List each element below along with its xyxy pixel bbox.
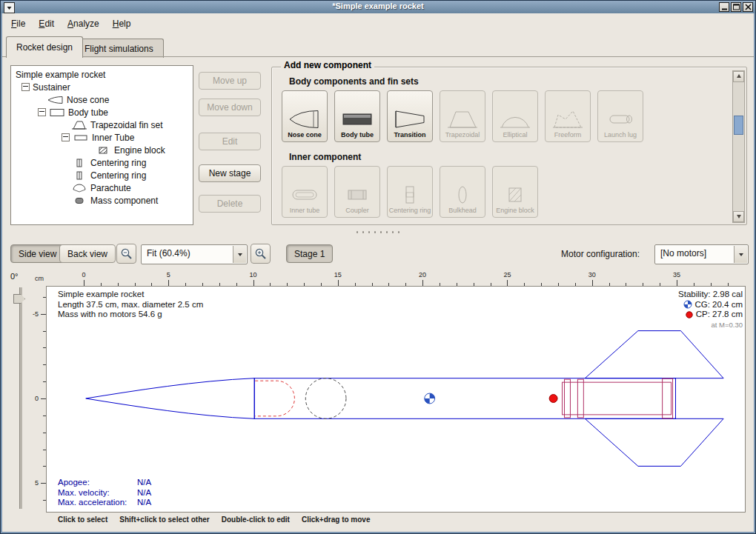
- component-button-launch-lug: Launch lug: [597, 90, 643, 142]
- tab-label: Flight simulations: [84, 44, 153, 54]
- cg-marker: [425, 393, 435, 404]
- maximize-button[interactable]: [731, 2, 741, 12]
- engine-block-icon: [95, 146, 111, 155]
- chevron-down-icon[interactable]: [233, 246, 246, 263]
- cp-marker: [549, 395, 557, 403]
- nose-shoulder-hidden: [255, 381, 294, 416]
- minimize-button[interactable]: [719, 2, 729, 12]
- ruler-tick-label: 0: [82, 271, 85, 278]
- component-button-centering-ring: Centering ring: [387, 166, 433, 218]
- tree-item-label: Centering ring: [90, 170, 146, 181]
- menu-analyze[interactable]: Analyze: [61, 16, 106, 31]
- status-hint: Click to select: [58, 515, 107, 524]
- tree-item-trapezoidal-fin-set[interactable]: Trapezoidal fin set: [11, 119, 193, 131]
- launch-lug-icon: [604, 108, 637, 130]
- tree-item-label: Centering ring: [90, 158, 146, 168]
- tree-item-centering-ring[interactable]: Centering ring: [11, 169, 193, 181]
- tree-item-sustainer[interactable]: Sustainer: [11, 81, 193, 93]
- status-hint: Shift+click to select other: [119, 515, 209, 524]
- rotation-slider[interactable]: [19, 287, 22, 509]
- status-hints: Click to selectShift+click to select oth…: [58, 515, 370, 524]
- fin-icon: [71, 121, 87, 130]
- scroll-down-icon[interactable]: [733, 211, 744, 222]
- motor-configuration-select[interactable]: [No motors]: [654, 244, 749, 264]
- cp-icon: [685, 310, 694, 319]
- menu-help[interactable]: Help: [106, 16, 138, 31]
- trapezoidal-fin-icon: [446, 108, 479, 130]
- tree-item-label: Mass component: [90, 196, 158, 206]
- tree-item-label: Engine block: [114, 145, 165, 156]
- zoom-out-button[interactable]: [116, 244, 136, 264]
- menu-edit[interactable]: Edit: [32, 16, 61, 31]
- coupler-icon: [341, 184, 374, 206]
- menu-file[interactable]: File: [4, 16, 32, 31]
- application-window: *Simple example rocket FileEditAnalyzeHe…: [0, 0, 756, 534]
- stability-value: Stability: 2.98 cal: [678, 290, 743, 300]
- stage-1-toggle[interactable]: Stage 1: [286, 244, 333, 263]
- flight-stat-row: Max. velocity:N/A: [58, 488, 151, 498]
- zoom-select[interactable]: Fit (60.4%): [141, 244, 248, 264]
- rocket-dimensions: Length 37.5 cm, max. diameter 2.5 cm: [58, 300, 203, 310]
- scrollbar-thumb[interactable]: [734, 116, 743, 135]
- tree-item-body-tube[interactable]: Body tube: [11, 106, 193, 119]
- new-stage-button[interactable]: New stage: [199, 164, 261, 182]
- component-button-nose-cone[interactable]: Nose cone: [282, 90, 328, 142]
- status-hint: Click+drag to move: [302, 515, 371, 524]
- menu-bar: FileEditAnalyzeHelp: [4, 16, 137, 32]
- tab-flight-simulations[interactable]: Flight simulations: [74, 39, 164, 58]
- window-controls: [719, 2, 753, 12]
- rocket-info: Simple example rocket Length 37.5 cm, ma…: [58, 290, 203, 320]
- close-button[interactable]: [743, 2, 753, 12]
- ruler-tick-label: 5: [35, 479, 39, 487]
- component-button-transition[interactable]: Transition: [387, 90, 433, 142]
- zoom-in-icon: [254, 247, 267, 260]
- component-button-label: Bulkhead: [448, 207, 477, 215]
- tree-expander-icon[interactable]: [62, 133, 70, 141]
- tree-item-simple-example-rocket[interactable]: Simple example rocket: [11, 68, 193, 81]
- cp-row: CP: 27.8 cm: [678, 310, 743, 320]
- flight-stats: Apogee:N/AMax. velocity:N/AMax. accelera…: [58, 478, 151, 508]
- tree-expander-icon[interactable]: [21, 83, 30, 91]
- component-scrollbar[interactable]: [732, 70, 745, 223]
- zoom-in-button[interactable]: [251, 244, 271, 264]
- tab-label: Rocket design: [16, 42, 73, 53]
- edit-button: Edit: [199, 133, 261, 150]
- tree-item-label: Simple example rocket: [16, 70, 105, 80]
- tree-item-label: Trapezoidal fin set: [90, 120, 163, 130]
- tree-expander-icon[interactable]: [38, 108, 46, 116]
- component-button-label: Launch lug: [604, 132, 637, 139]
- body-components-label: Body components and fin sets: [289, 76, 419, 87]
- centering-ring-icon: [394, 184, 426, 206]
- tab-rocket-design[interactable]: Rocket design: [6, 36, 83, 58]
- motor-configuration-label: Motor configuration:: [561, 249, 640, 259]
- tree-item-centering-ring[interactable]: Centering ring: [11, 156, 193, 169]
- tree-item-nose-cone[interactable]: Nose cone: [11, 93, 193, 106]
- rocket-drawing[interactable]: [47, 287, 745, 512]
- title-bar[interactable]: *Simple example rocket: [1, 1, 755, 13]
- tree-item-parachute[interactable]: Parachute: [11, 181, 193, 194]
- scroll-up-icon[interactable]: [733, 71, 744, 82]
- component-button-label: Engine block: [496, 207, 534, 215]
- move-down-button: Move down: [199, 99, 261, 116]
- component-tree[interactable]: Simple example rocketSustainerNose coneB…: [10, 65, 193, 225]
- splitter-grip[interactable]: [354, 230, 402, 236]
- motor-configuration-value: [No motors]: [660, 248, 706, 258]
- inner-components-row: Inner tubeCouplerCentering ringBulkheadE…: [282, 166, 538, 218]
- component-button-label: Body tube: [341, 132, 374, 139]
- flight-stat-row: Apogee:N/A: [58, 478, 151, 488]
- nose-cone-icon: [47, 96, 64, 104]
- side-view-button[interactable]: Side view: [10, 244, 64, 263]
- back-view-button[interactable]: Back view: [59, 244, 116, 263]
- action-buttons: Move upMove downEditNew stageDelete: [199, 0, 261, 222]
- parachute-icon: [71, 184, 87, 193]
- tree-item-engine-block[interactable]: Engine block: [11, 144, 193, 156]
- component-button-label: Inner tube: [290, 207, 320, 215]
- component-button-body-tube[interactable]: Body tube: [334, 90, 380, 142]
- tree-item-mass-component[interactable]: Mass component: [11, 194, 193, 207]
- inner-tube-icon: [73, 133, 89, 142]
- chevron-down-icon[interactable]: [734, 246, 747, 263]
- component-button-label: Centering ring: [389, 207, 431, 215]
- tree-item-inner-tube[interactable]: Inner Tube: [11, 131, 193, 144]
- ruler-unit-label: cm: [35, 275, 44, 282]
- ruler-tick-label: 15: [334, 271, 342, 278]
